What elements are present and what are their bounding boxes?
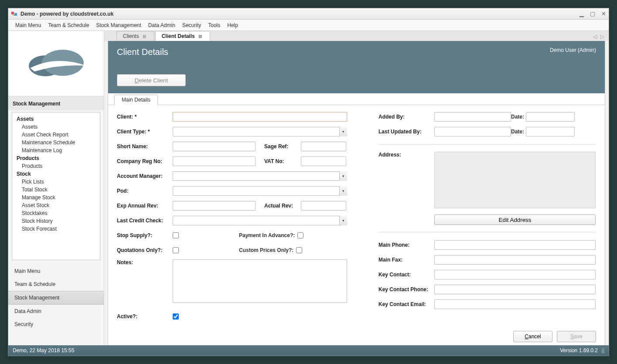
updated-date-field xyxy=(526,127,575,136)
client-type-select[interactable] xyxy=(173,127,347,136)
vat-no-label: VAT No: xyxy=(256,158,301,164)
active-label: Active?: xyxy=(117,313,173,320)
tab-content: Client Details Demo User (Admin) Delete … xyxy=(108,41,605,345)
separator xyxy=(378,144,596,145)
added-by-label: Added By: xyxy=(378,114,434,120)
chevron-down-icon[interactable]: ▾ xyxy=(339,127,347,136)
short-name-field[interactable] xyxy=(173,142,256,151)
document-tabstrip: Clients ⊠ Client Details ⊠ ◁ ▷ xyxy=(104,31,609,41)
nav-security[interactable]: Security xyxy=(8,318,104,331)
tree-item-pick-lists[interactable]: Pick Lists xyxy=(14,178,98,186)
cancel-button[interactable]: Cancel xyxy=(513,331,552,342)
minimize-button[interactable]: ▁ xyxy=(580,10,584,17)
tree-item-asset-stock[interactable]: Asset Stock xyxy=(14,201,98,209)
chevron-down-icon[interactable]: ▾ xyxy=(339,216,347,225)
close-button[interactable]: ✕ xyxy=(601,10,606,17)
menu-main-menu[interactable]: Main Menu xyxy=(12,20,44,30)
menu-tools[interactable]: Tools xyxy=(205,20,224,30)
active-checkbox[interactable] xyxy=(173,313,179,320)
last-credit-check-field[interactable] xyxy=(173,216,347,225)
tree-item-products[interactable]: Products xyxy=(14,162,98,170)
status-left: Demo, 22 May 2018 15:55 xyxy=(13,347,74,354)
app-window: Demo - powered by cloudstreet.co.uk ▁ ▢ … xyxy=(8,8,609,356)
menu-help[interactable]: Help xyxy=(224,20,242,30)
svg-rect-1 xyxy=(14,13,17,16)
nav-data-admin[interactable]: Data Admin xyxy=(8,305,104,318)
tree-item-manage-stock[interactable]: Manage Stock xyxy=(14,194,98,201)
tree-group-products[interactable]: Products xyxy=(14,154,98,162)
tab-close-icon[interactable]: ⊠ xyxy=(143,34,146,39)
maximize-button[interactable]: ▢ xyxy=(590,10,595,17)
resize-grip-icon[interactable]: ⣿ xyxy=(601,348,604,354)
payment-in-advance-checkbox[interactable] xyxy=(297,232,303,238)
delete-client-button[interactable]: Delete Client xyxy=(117,74,186,86)
custom-prices-only-label: Custom Prices Only?: xyxy=(239,247,293,253)
menu-stock-management[interactable]: Stock Management xyxy=(92,20,144,30)
save-button[interactable]: Save xyxy=(557,331,596,342)
exp-annual-rev-field[interactable] xyxy=(173,201,256,211)
tree-item-maintenance-log[interactable]: Maintenance Log xyxy=(14,146,98,154)
tree-item-stocktakes[interactable]: Stocktakes xyxy=(14,209,98,217)
quotations-only-checkbox[interactable] xyxy=(173,247,179,253)
client-field[interactable] xyxy=(173,112,347,122)
stop-supply-checkbox[interactable] xyxy=(173,232,179,238)
tree-group-assets[interactable]: Assets xyxy=(14,115,98,123)
client-type-label: Client Type: * xyxy=(117,129,173,135)
sidebar-tree: Assets Assets Asset Check Report Mainten… xyxy=(12,112,100,260)
tab-clients[interactable]: Clients ⊠ xyxy=(116,31,154,41)
main-fax-label: Main Fax: xyxy=(378,257,434,263)
tree-item-maintenance-schedule[interactable]: Maintenance Schedule xyxy=(14,139,98,146)
tab-scroll-right-icon[interactable]: ▷ xyxy=(600,34,604,40)
short-name-label: Short Name: xyxy=(117,143,173,150)
key-contact-email-field xyxy=(434,299,596,309)
stop-supply-label: Stop Supply?: xyxy=(117,232,173,238)
tab-scroll-left-icon[interactable]: ◁ xyxy=(593,34,597,40)
form-area: Client: * Client Type: * ▾ Short Name: S… xyxy=(108,105,605,328)
tree-item-asset-check-report[interactable]: Asset Check Report xyxy=(14,131,98,139)
main-phone-field[interactable] xyxy=(434,240,596,250)
tree-item-total-stock[interactable]: Total Stock xyxy=(14,186,98,194)
sidebar-section-title: Stock Management xyxy=(8,96,104,110)
pod-label: Pod: xyxy=(117,188,173,194)
custom-prices-only-checkbox[interactable] xyxy=(296,247,302,253)
chevron-down-icon[interactable]: ▾ xyxy=(339,186,347,196)
nav-team-schedule[interactable]: Team & Schedule xyxy=(8,278,104,291)
menu-data-admin[interactable]: Data Admin xyxy=(145,20,179,30)
main-fax-field[interactable] xyxy=(434,255,596,265)
quotations-only-label: Quotations Only?: xyxy=(117,247,173,253)
current-user-label: Demo User (Admin) xyxy=(550,47,596,53)
tree-group-stock[interactable]: Stock xyxy=(14,170,98,178)
menubar: Main Menu Team & Schedule Stock Manageme… xyxy=(8,20,609,31)
last-updated-by-field xyxy=(434,127,511,136)
tab-main-details[interactable]: Main Details xyxy=(114,95,158,105)
last-credit-check-label: Last Credit Check: xyxy=(117,218,173,224)
tab-close-icon[interactable]: ⊠ xyxy=(198,34,202,39)
payment-in-advance-label: Payment In Advance?: xyxy=(239,232,295,238)
svg-rect-2 xyxy=(13,14,14,16)
notes-field[interactable] xyxy=(173,259,347,303)
sage-ref-field[interactable] xyxy=(301,142,346,151)
address-display xyxy=(434,152,596,208)
account-manager-select[interactable] xyxy=(173,171,347,181)
tree-item-stock-forecast[interactable]: Stock Forecast xyxy=(14,225,98,233)
chevron-down-icon[interactable]: ▾ xyxy=(339,171,347,181)
last-updated-by-label: Last Updated By: xyxy=(378,129,434,135)
tree-item-assets[interactable]: Assets xyxy=(14,123,98,131)
tree-item-stock-history[interactable]: Stock History xyxy=(14,217,98,225)
delete-client-label-rest: elete Client xyxy=(139,77,168,84)
tab-label: Client Details xyxy=(162,33,195,39)
edit-address-button[interactable]: Edit Address xyxy=(434,214,596,225)
tab-client-details[interactable]: Client Details ⊠ xyxy=(155,31,210,41)
menu-team-schedule[interactable]: Team & Schedule xyxy=(44,20,92,30)
menu-security[interactable]: Security xyxy=(179,20,205,30)
page-banner: Client Details Demo User (Admin) Delete … xyxy=(108,41,605,93)
main-area: Clients ⊠ Client Details ⊠ ◁ ▷ Client De… xyxy=(104,31,609,345)
sidebar: Stock Management Assets Assets Asset Che… xyxy=(8,31,104,345)
vat-no-field[interactable] xyxy=(301,156,346,166)
nav-stock-management[interactable]: Stock Management xyxy=(8,291,104,305)
key-contact-email-label: Key Contact Email: xyxy=(378,301,434,307)
nav-main-menu[interactable]: Main Menu xyxy=(8,265,104,278)
company-reg-field[interactable] xyxy=(173,156,256,166)
pod-select[interactable] xyxy=(173,186,347,196)
status-version: Version 1.69.0.2 xyxy=(560,347,598,354)
